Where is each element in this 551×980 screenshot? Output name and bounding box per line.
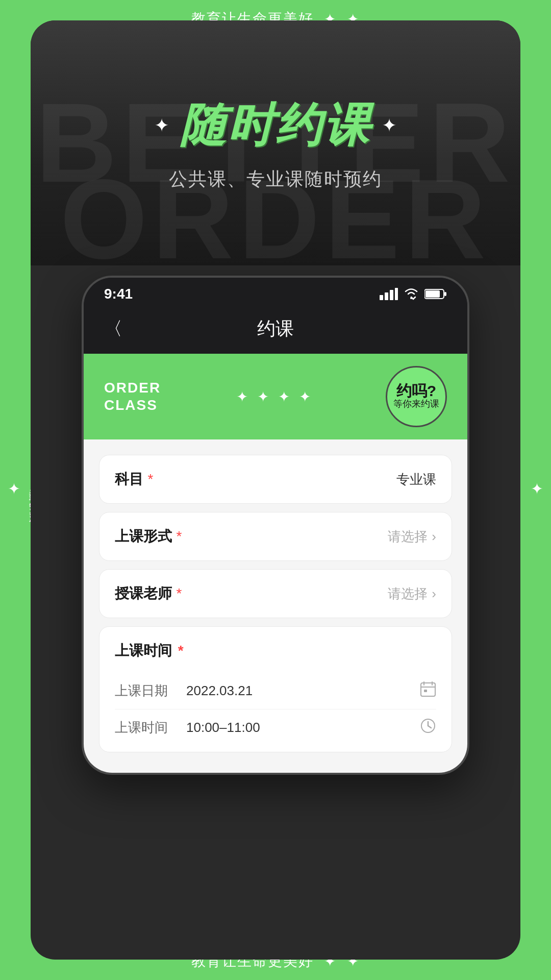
time-date-label: 上课日期 <box>115 682 176 700</box>
subject-label: 科目 <box>115 471 143 487</box>
svg-rect-1 <box>385 292 388 300</box>
svg-point-4 <box>410 297 412 299</box>
time-date-value: 2022.03.21 <box>186 683 420 699</box>
svg-line-15 <box>428 726 431 728</box>
banner-stars: ✦ ✦ ✦ ✦ <box>171 388 375 405</box>
teacher-label-wrap: 授课老师 * <box>115 584 182 603</box>
time-section: 上课时间 * 上课日期 2022.03.21 <box>99 626 452 752</box>
status-time: 9:41 <box>104 286 133 302</box>
time-time-label: 上课时间 <box>115 719 176 737</box>
badge-sub-text: 等你来约课 <box>393 399 439 410</box>
teacher-required: * <box>176 585 182 601</box>
banner-order-line1: ORDER <box>104 379 161 397</box>
phone-mockup: 9:41 <box>82 276 469 775</box>
class-format-arrow-icon: › <box>432 529 436 545</box>
svg-rect-2 <box>390 290 393 300</box>
hero-sparkle-right: ✦ <box>382 115 397 136</box>
svg-rect-3 <box>395 288 398 300</box>
hero-section: BETTER ORDER ✦ 随时约课 ✦ 公共课、专业课随时预约 <box>31 20 520 265</box>
status-icons <box>380 288 447 300</box>
subject-field[interactable]: 科目 * 专业课 <box>99 455 452 504</box>
hero-subtitle: 公共课、专业课随时预约 <box>169 167 382 192</box>
green-banner: ORDER CLASS ✦ ✦ ✦ ✦ 约吗? 等你来约课 <box>84 354 467 439</box>
hero-sparkle-left: ✦ <box>154 115 169 136</box>
back-button[interactable]: 〈 <box>104 316 122 341</box>
app-header: 〈 约课 <box>84 306 467 354</box>
svg-rect-12 <box>424 690 427 692</box>
clock-icon <box>420 718 436 738</box>
svg-rect-7 <box>444 292 446 296</box>
subject-label-wrap: 科目 * <box>115 470 153 489</box>
teacher-value-wrap: 请选择 › <box>388 585 436 603</box>
banner-left: ORDER CLASS <box>104 379 161 413</box>
svg-rect-6 <box>425 290 440 298</box>
class-format-placeholder: 请选择 <box>388 528 428 546</box>
battery-icon <box>424 288 447 300</box>
subject-required: * <box>147 471 153 487</box>
teacher-arrow-icon: › <box>432 586 436 602</box>
time-required: * <box>178 643 184 658</box>
banner-badge: 约吗? 等你来约课 <box>386 366 447 427</box>
main-card: BETTER ORDER ✦ 随时约课 ✦ 公共课、专业课随时预约 9:41 <box>31 20 520 960</box>
wifi-icon <box>403 288 419 300</box>
app-title: 约课 <box>257 316 294 341</box>
banner-star-3: ✦ <box>278 388 290 405</box>
time-label: 上课时间 <box>115 643 172 658</box>
class-format-field[interactable]: 上课形式 * 请选择 › <box>99 512 452 561</box>
svg-rect-8 <box>421 683 435 696</box>
class-format-value-wrap: 请选择 › <box>388 528 436 546</box>
banner-order-line2: CLASS <box>104 397 161 414</box>
phone-wrap: 9:41 <box>31 265 520 960</box>
badge-main-text: 约吗? <box>396 383 436 399</box>
time-time-value: 10:00–11:00 <box>186 720 420 736</box>
signal-icon <box>380 288 398 300</box>
outer-background: 教育让生命更美好 ✦ ✦ 教育让生命更美好 ✦ ✦ ✦ 教育让生命更美好 ✦ ✦… <box>0 0 551 980</box>
form-content: 科目 * 专业课 上课形式 * 请选 <box>84 439 467 773</box>
teacher-label: 授课老师 <box>115 585 172 601</box>
calendar-icon <box>420 681 436 701</box>
class-format-label-wrap: 上课形式 * <box>115 527 182 546</box>
banner-star-1: ✦ <box>236 388 248 405</box>
status-bar: 9:41 <box>84 278 467 306</box>
time-header: 上课时间 * <box>115 641 436 660</box>
teacher-field[interactable]: 授课老师 * 请选择 › <box>99 569 452 618</box>
teacher-placeholder: 请选择 <box>388 585 428 603</box>
class-format-label: 上课形式 <box>115 528 172 544</box>
class-format-required: * <box>176 528 182 544</box>
banner-star-2: ✦ <box>257 388 269 405</box>
subject-value-wrap: 专业课 <box>396 471 436 488</box>
subject-value: 专业课 <box>396 471 436 488</box>
left-stars-3: ✦ <box>5 480 23 501</box>
banner-star-4: ✦ <box>299 388 311 405</box>
star-left-4: ✦ <box>5 480 23 501</box>
star-right-1: ✦ <box>528 480 546 501</box>
hero-title: 随时约课 <box>180 94 371 157</box>
time-time-row[interactable]: 上课时间 10:00–11:00 <box>115 709 436 738</box>
hero-title-wrap: ✦ 随时约课 ✦ <box>154 94 397 157</box>
time-date-row[interactable]: 上课日期 2022.03.21 <box>115 673 436 709</box>
svg-rect-0 <box>380 295 383 300</box>
